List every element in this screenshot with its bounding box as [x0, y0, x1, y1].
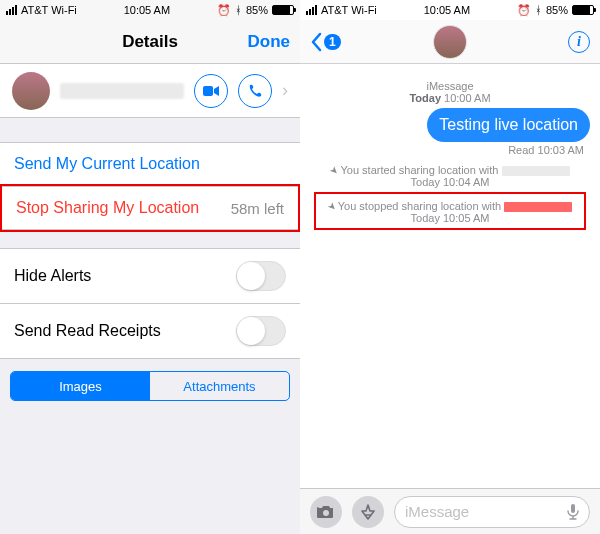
alarm-icon: ⏰	[217, 4, 231, 17]
signal-bars-icon	[306, 5, 317, 15]
bluetooth-icon: ᚼ	[535, 4, 542, 16]
battery-icon	[572, 5, 594, 15]
battery-icon	[272, 5, 294, 15]
svg-point-1	[323, 510, 329, 516]
done-button[interactable]: Done	[248, 32, 291, 52]
chat-scroll[interactable]: iMessage Today 10:00 AM Testing live loc…	[300, 64, 600, 230]
contact-name-redacted	[502, 166, 570, 176]
back-badge: 1	[324, 34, 341, 50]
location-stopped-highlight: ➤You stopped sharing location with Today…	[314, 192, 586, 230]
send-current-location-button[interactable]: Send My Current Location	[0, 142, 300, 186]
outgoing-message-bubble[interactable]: Testing live location	[427, 108, 590, 142]
thread-service-label: iMessage	[310, 80, 590, 92]
contact-avatar[interactable]	[433, 25, 467, 59]
chat-nav: 1 i	[300, 20, 600, 64]
segmented-control: Images Attachments	[10, 371, 290, 401]
mic-icon[interactable]	[567, 503, 579, 521]
call-button[interactable]	[238, 74, 272, 108]
back-button[interactable]: 1	[310, 32, 341, 52]
thread-day: Today	[409, 92, 441, 104]
app-store-button[interactable]	[352, 496, 384, 528]
battery-pct: 85%	[246, 4, 268, 16]
conversation-pane: AT&T Wi-Fi 10:05 AM ⏰ ᚼ 85% 1 i iMessage…	[300, 0, 600, 534]
hide-alerts-label: Hide Alerts	[14, 267, 91, 285]
location-started-event: ➤You started sharing location with Today…	[316, 164, 584, 188]
read-label: Read	[508, 144, 534, 156]
outgoing-message-row: Testing live location	[310, 108, 590, 142]
facetime-video-button[interactable]	[194, 74, 228, 108]
alarm-icon: ⏰	[517, 4, 531, 17]
bluetooth-icon: ᚼ	[235, 4, 242, 16]
contact-avatar	[12, 72, 50, 110]
details-nav: Details Done	[0, 20, 300, 64]
contact-name-redacted	[504, 202, 572, 212]
info-button[interactable]: i	[568, 31, 590, 53]
location-started-text: You started sharing location with	[340, 164, 498, 176]
camera-icon	[317, 505, 335, 519]
location-stopped-event: ➤You stopped sharing location with Today…	[322, 200, 578, 224]
message-input-bar: iMessage	[300, 488, 600, 534]
segment-images[interactable]: Images	[11, 372, 150, 400]
camera-button[interactable]	[310, 496, 342, 528]
battery-pct: 85%	[546, 4, 568, 16]
hide-alerts-toggle[interactable]	[236, 261, 286, 291]
send-current-location-label: Send My Current Location	[14, 155, 200, 173]
svg-rect-2	[571, 504, 575, 513]
app-store-icon	[360, 504, 376, 520]
location-stopped-time: 10:05 AM	[443, 212, 489, 224]
contact-name-redacted	[60, 83, 184, 99]
chevron-left-icon	[310, 32, 322, 52]
contact-row[interactable]: ›	[0, 64, 300, 118]
read-time: 10:03 AM	[538, 144, 584, 156]
read-receipts-toggle[interactable]	[236, 316, 286, 346]
location-started-time: 10:04 AM	[443, 176, 489, 188]
outgoing-message-text: Testing live location	[439, 116, 578, 133]
carrier-label: AT&T Wi-Fi	[321, 4, 377, 16]
carrier-label: AT&T Wi-Fi	[21, 4, 77, 16]
segment-attachments[interactable]: Attachments	[150, 372, 289, 400]
read-receipts-row: Send Read Receipts	[0, 304, 300, 359]
signal-bars-icon	[6, 5, 17, 15]
message-input[interactable]: iMessage	[394, 496, 590, 528]
read-receipt: Read 10:03 AM	[310, 144, 590, 156]
chevron-right-icon: ›	[282, 80, 288, 101]
details-pane: AT&T Wi-Fi 10:05 AM ⏰ ᚼ 85% Details Done…	[0, 0, 300, 534]
stop-sharing-timeleft: 58m left	[231, 200, 284, 217]
status-bar: AT&T Wi-Fi 10:05 AM ⏰ ᚼ 85%	[300, 0, 600, 20]
status-bar: AT&T Wi-Fi 10:05 AM ⏰ ᚼ 85%	[0, 0, 300, 20]
event-day: Today	[411, 176, 440, 188]
status-time: 10:05 AM	[124, 4, 170, 16]
thread-time: 10:00 AM	[444, 92, 490, 104]
read-receipts-label: Send Read Receipts	[14, 322, 161, 340]
stop-sharing-label: Stop Sharing My Location	[16, 199, 199, 217]
stop-sharing-location-button[interactable]: Stop Sharing My Location 58m left	[2, 186, 298, 230]
message-placeholder: iMessage	[405, 503, 469, 520]
stop-sharing-highlight: Stop Sharing My Location 58m left	[0, 184, 300, 232]
location-stopped-text: You stopped sharing location with	[338, 200, 502, 212]
status-time: 10:05 AM	[424, 4, 470, 16]
event-day: Today	[411, 212, 440, 224]
hide-alerts-row: Hide Alerts	[0, 248, 300, 304]
thread-header: iMessage Today 10:00 AM	[310, 80, 590, 104]
svg-rect-0	[203, 86, 213, 96]
location-arrow-icon: ➤	[325, 200, 338, 213]
